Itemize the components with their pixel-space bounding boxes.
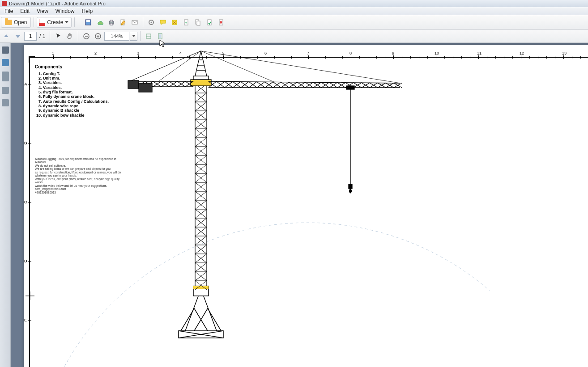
chevron-down-icon xyxy=(132,35,136,37)
gear-icon[interactable] xyxy=(146,17,157,28)
menubar: File Edit View Window Help xyxy=(0,7,588,15)
menu-window[interactable]: Window xyxy=(52,8,78,14)
zoom-in-icon[interactable] xyxy=(93,31,103,42)
titlebar: Drawing1 Model (1).pdf - Adobe Acrobat P… xyxy=(0,0,588,7)
page-extract-icon[interactable] xyxy=(192,17,203,28)
svg-line-128 xyxy=(132,51,201,80)
edit-icon[interactable] xyxy=(118,17,128,28)
separator xyxy=(50,31,50,41)
svg-rect-104 xyxy=(193,76,209,80)
stamp-icon[interactable] xyxy=(169,17,180,28)
attachments-icon[interactable] xyxy=(2,72,9,81)
svg-rect-24 xyxy=(159,34,161,38)
page-down-icon[interactable] xyxy=(13,31,23,42)
page-up-icon[interactable] xyxy=(1,31,12,42)
svg-rect-182 xyxy=(346,86,354,89)
app-icon xyxy=(2,1,7,6)
print-icon[interactable] xyxy=(106,17,117,28)
svg-line-181 xyxy=(201,51,400,83)
nav-toolbar: / 1 144% xyxy=(0,30,588,43)
thumbnails-icon[interactable] xyxy=(2,46,9,54)
create-button[interactable]: Create xyxy=(37,17,72,28)
menu-file[interactable]: File xyxy=(1,8,17,14)
page-export-icon[interactable] xyxy=(204,17,215,28)
separator xyxy=(34,17,34,27)
svg-line-180 xyxy=(201,51,275,82)
separator xyxy=(140,31,141,41)
svg-rect-13 xyxy=(197,21,200,25)
zoom-value[interactable]: 144% xyxy=(104,32,129,41)
page-total: / 1 xyxy=(38,33,47,39)
svg-rect-127 xyxy=(139,83,152,92)
menu-help[interactable]: Help xyxy=(78,8,97,14)
page-insert-icon[interactable]: + xyxy=(181,17,192,28)
hand-tool-icon[interactable] xyxy=(64,31,75,42)
save-icon[interactable] xyxy=(83,17,94,28)
main-toolbar: Open Create + xyxy=(0,15,588,30)
crane-drawing xyxy=(24,45,588,367)
document-viewport[interactable]: 12345678910111213 ABCDE Components Confi… xyxy=(11,43,588,367)
pdf-page: 12345678910111213 ABCDE Components Confi… xyxy=(24,45,588,367)
chevron-down-icon xyxy=(65,21,68,23)
cloud-icon[interactable] xyxy=(94,17,105,28)
signatures-icon[interactable] xyxy=(2,87,9,94)
open-button[interactable]: Open xyxy=(1,17,31,28)
svg-rect-126 xyxy=(128,80,139,89)
comment-icon[interactable] xyxy=(158,17,168,28)
open-label: Open xyxy=(14,19,27,25)
svg-point-8 xyxy=(151,21,152,23)
svg-rect-3 xyxy=(110,20,113,22)
mail-icon[interactable] xyxy=(129,17,140,28)
fit-page-icon[interactable] xyxy=(155,31,166,42)
page-delete-icon[interactable] xyxy=(216,17,226,28)
separator xyxy=(74,17,75,27)
zoom-out-icon[interactable] xyxy=(81,31,92,42)
svg-rect-184 xyxy=(349,184,352,189)
pdf-icon xyxy=(39,19,45,26)
page-input[interactable] xyxy=(24,32,37,41)
create-label: Create xyxy=(47,19,63,25)
bookmarks-icon[interactable] xyxy=(2,59,9,66)
menu-view[interactable]: View xyxy=(33,8,52,14)
svg-rect-103 xyxy=(191,80,211,86)
separator xyxy=(78,31,78,41)
svg-rect-31 xyxy=(193,286,209,289)
fit-width-icon[interactable] xyxy=(143,31,154,42)
svg-rect-1 xyxy=(86,20,90,22)
window-title: Drawing1 Model (1).pdf - Adobe Acrobat P… xyxy=(9,1,106,6)
layers-icon[interactable] xyxy=(2,99,9,106)
separator xyxy=(143,17,143,27)
svg-rect-4 xyxy=(110,23,113,25)
folder-icon xyxy=(5,20,12,25)
select-tool-icon[interactable] xyxy=(53,31,64,42)
side-panel xyxy=(0,43,11,367)
svg-text:+: + xyxy=(185,21,187,25)
zoom-dropdown[interactable] xyxy=(130,32,137,41)
menu-edit[interactable]: Edit xyxy=(17,8,33,14)
